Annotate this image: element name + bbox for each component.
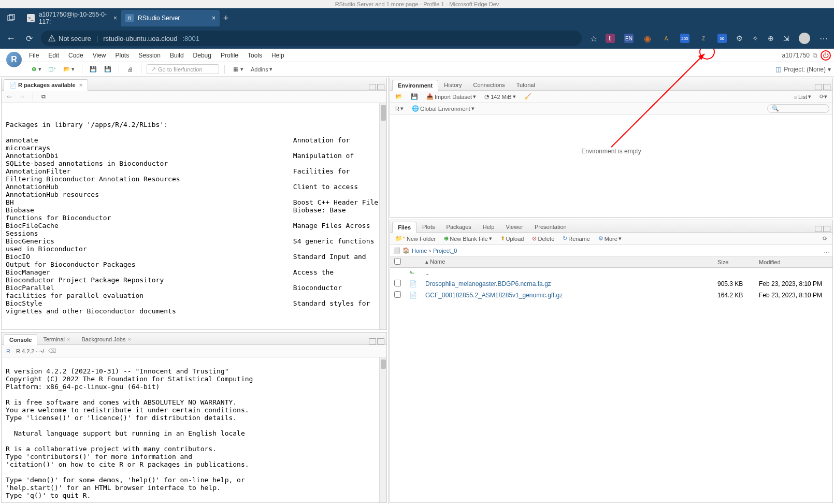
minimize-pane-button[interactable] (815, 84, 822, 90)
col-modified[interactable]: Modified (755, 256, 832, 268)
print-button[interactable]: 🖨 (124, 65, 136, 74)
source-body[interactable]: Packages in library '/apps/R/4.2/RLibs':… (2, 103, 386, 329)
menu-help[interactable]: Help (271, 52, 284, 59)
new-tab-button[interactable]: + (220, 12, 232, 24)
menu-profile[interactable]: Profile (221, 52, 238, 59)
ext-icon-circle[interactable]: ◉ (643, 34, 652, 43)
tab-plots[interactable]: Plots (416, 221, 440, 232)
goto-dir-icon[interactable]: ⬜ (393, 247, 400, 254)
upload-button[interactable]: ⬆Upload (498, 234, 526, 243)
menu-build[interactable]: Build (170, 52, 184, 59)
console-body[interactable]: R version 4.2.2 (2022-10-31) -- "Innocen… (2, 357, 386, 502)
menu-view[interactable]: View (93, 52, 106, 59)
new-file-button[interactable]: ⊕▾ (28, 65, 44, 74)
save-all-button[interactable]: 💾 (102, 65, 113, 74)
tab-terminal[interactable]: Terminal× (37, 334, 76, 344)
language-selector[interactable]: R ▾ (393, 104, 406, 113)
tab-console[interactable]: Console (4, 334, 37, 345)
tab-connections[interactable]: Connections (467, 79, 510, 90)
url-box[interactable]: Not secure | rstudio-ubuntu.uoa.cloud:80… (41, 31, 582, 46)
minimize-pane-button[interactable] (369, 84, 376, 90)
save-button[interactable]: 💾 (88, 65, 99, 74)
refresh-files-button[interactable]: ⟳ (821, 234, 829, 243)
tab-bgjobs[interactable]: Background Jobs× (76, 334, 136, 344)
addins-button[interactable]: Addins ▾ (249, 65, 275, 74)
close-icon[interactable]: × (127, 336, 131, 342)
menu-session[interactable]: Session (138, 52, 161, 59)
file-link[interactable]: GCF_000182855.2_ASM18285v1_genomic.gff.g… (425, 292, 563, 299)
menu-plots[interactable]: Plots (116, 52, 130, 59)
close-icon[interactable]: × (113, 15, 117, 22)
file-link[interactable]: Drosophila_melanogaster.BDGP6.ncrna.fa.g… (425, 280, 551, 287)
select-all-checkbox[interactable] (394, 258, 401, 265)
grid-button[interactable]: ▦▾ (230, 65, 246, 74)
browser-tab-terminal[interactable]: >_ a1071750@ip-10-255-0-117: × (23, 10, 121, 26)
tab-environment[interactable]: Environment (392, 80, 438, 91)
scrollbar[interactable] (379, 103, 386, 329)
collections-icon[interactable]: ⊕ (768, 34, 774, 42)
tab-tutorial[interactable]: Tutorial (511, 79, 541, 90)
home-icon[interactable]: 🏠 (402, 247, 410, 254)
clear-objects-button[interactable]: 🧹 (522, 92, 534, 101)
file-row[interactable]: 📄 Drosophila_melanogaster.BDGP6.ncrna.fa… (390, 278, 832, 290)
tab-packages[interactable]: Packages (441, 221, 477, 232)
refresh-button[interactable]: ⟳ (26, 34, 33, 44)
source-tab[interactable]: 📄 R packages available × (4, 79, 88, 91)
minimize-pane-button[interactable] (369, 338, 376, 344)
new-folder-button[interactable]: 📁⁺New Folder (393, 234, 438, 243)
file-checkbox[interactable] (394, 280, 401, 286)
menu-edit[interactable]: Edit (48, 52, 59, 59)
clear-console-icon[interactable]: ⌫ (48, 348, 56, 354)
back-button[interactable]: ← (6, 33, 16, 44)
tab-help[interactable]: Help (477, 221, 500, 232)
browser-tab-rstudio[interactable]: R RStudio Server × (121, 10, 220, 26)
memory-usage[interactable]: ◔ 142 MiB ▾ (482, 92, 517, 101)
file-row[interactable]: 📄 GCF_000182855.2_ASM18285v1_genomic.gff… (390, 290, 832, 301)
tab-history[interactable]: History (438, 79, 467, 90)
new-project-button[interactable]: ◫⁺ (47, 65, 58, 74)
col-size[interactable]: Size (713, 256, 755, 268)
new-blank-file-button[interactable]: ⊕New Blank File ▾ (442, 234, 494, 243)
file-checkbox[interactable] (394, 291, 401, 298)
ext-icon-a[interactable]: A (662, 34, 671, 43)
share-icon[interactable]: ⇲ (783, 34, 789, 42)
more-button[interactable]: ⚙More ▾ (596, 234, 624, 243)
ext-icon-1[interactable]: I¦ (606, 34, 615, 43)
favorites-icon[interactable]: ✧ (752, 34, 758, 42)
popup-button[interactable]: ⧉ (39, 92, 48, 101)
maximize-pane-button[interactable] (823, 84, 830, 90)
back-source-button[interactable]: ⇦ (5, 92, 13, 101)
env-search-input[interactable]: 🔍 (767, 104, 829, 113)
col-name[interactable]: ▴ Name (421, 256, 713, 268)
profile-icon[interactable] (799, 33, 810, 44)
forward-source-button[interactable]: ⇨ (18, 92, 26, 101)
close-icon[interactable]: × (67, 336, 70, 342)
menu-file[interactable]: File (29, 52, 39, 59)
ext-icon-outlook[interactable]: ✉ (717, 34, 727, 43)
bc-project[interactable]: Project_0 (433, 248, 457, 254)
maximize-pane-button[interactable] (823, 226, 830, 232)
refresh-env-button[interactable]: ⟳▾ (817, 92, 829, 101)
list-view-button[interactable]: ≡ List ▾ (792, 92, 813, 101)
tab-viewer[interactable]: Viewer (500, 221, 528, 232)
minimize-pane-button[interactable] (815, 226, 822, 232)
scrollbar[interactable] (379, 357, 386, 502)
delete-button[interactable]: ⊘Delete (530, 234, 556, 243)
tab-overview-button[interactable] (5, 12, 18, 24)
extensions-menu-icon[interactable]: ⚙ (736, 34, 743, 42)
ext-icon-en[interactable]: EN (624, 34, 634, 43)
quit-session-button[interactable]: ⏻ (821, 50, 831, 61)
menu-debug[interactable]: Debug (193, 52, 211, 59)
rename-button[interactable]: ↻Rename (560, 234, 592, 243)
project-selector[interactable]: ◫ Project: (None) ▾ (774, 66, 831, 73)
ext-icon-badge[interactable]: 205 (680, 34, 689, 43)
favorite-button[interactable]: ☆ (590, 34, 597, 44)
save-workspace-button[interactable]: 💾 (409, 92, 420, 101)
menu-icon[interactable]: ⋯ (819, 34, 828, 44)
file-row-up[interactable]: ⬑ .. (390, 268, 832, 279)
more-path-icon[interactable]: … (824, 248, 829, 254)
load-workspace-button[interactable]: 📂 (393, 92, 405, 101)
maximize-pane-button[interactable] (377, 338, 384, 344)
tab-files[interactable]: Files (392, 222, 416, 233)
maximize-pane-button[interactable] (377, 84, 384, 90)
